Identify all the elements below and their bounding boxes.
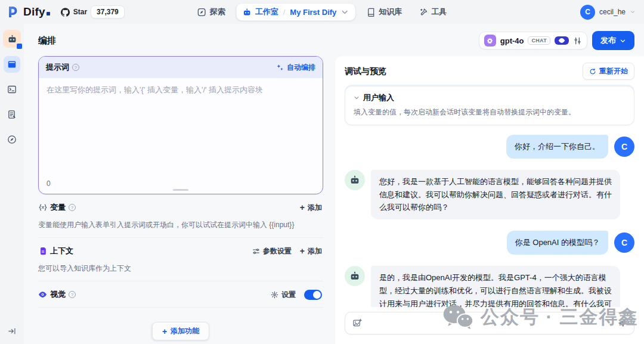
prompt-editor[interactable]: 在这里写你的提示词，输入'{' 插入变量，输入'/' 插入提示内容块	[39, 78, 323, 177]
nav-studio-label: 工作室	[255, 7, 278, 17]
current-app-icon[interactable]	[3, 30, 21, 48]
context-description: 您可以导入知识库作为上下文	[38, 263, 322, 274]
variables-title: 变量	[50, 202, 66, 213]
publish-label: 发布	[600, 35, 616, 46]
nav-knowledge[interactable]: 知识库	[360, 3, 408, 21]
chat-message-user: 你好，介绍一下你自己。 C	[506, 135, 634, 159]
user-input-card[interactable]: 用户输入 填入变量的值，每次启动新会话时该变量将自动替换提示词中的变量。	[345, 86, 634, 125]
chat-input-box[interactable]	[345, 312, 634, 334]
dify-app-window: Dify Star 37,379 探索 工作室 / My First Dify …	[0, 0, 644, 344]
user-input-gradient: 用户输入 填入变量的值，每次启动新会话时该变量将自动替换提示词中的变量。	[345, 85, 634, 125]
collapse-arrow-icon	[8, 327, 17, 336]
context-params-button[interactable]: 参数设置	[252, 246, 292, 256]
chat-message-user: 你是 OpenAI 的模型吗？ C	[507, 231, 634, 255]
model-name: gpt-4o	[500, 36, 524, 45]
sidebar-item-logs[interactable]	[4, 106, 20, 123]
nav-explore[interactable]: 探索	[191, 3, 231, 21]
add-variable-button[interactable]: + 添加	[300, 203, 322, 213]
logs-icon	[7, 110, 17, 119]
add-context-button[interactable]: + 添加	[300, 246, 322, 256]
auto-orchestrate-button[interactable]: 自动编排	[276, 63, 315, 73]
chat-message-assistant: 您好，我是一款基于人工智能的语言模型，能够回答各种问题并提供信息和建议。我可以帮…	[345, 170, 634, 219]
vision-help-icon[interactable]: ?	[69, 291, 76, 298]
github-star-widget[interactable]: Star 37,379	[61, 5, 125, 18]
prompt-help-icon[interactable]: ?	[72, 64, 79, 71]
github-icon	[61, 8, 70, 17]
assistant-avatar	[345, 266, 365, 286]
model-params-icon[interactable]	[573, 36, 582, 45]
prompt-card: 提示词 ? 自动编排 在这里写你的提示词，输入'{' 插入变量，输入'/' 插入…	[38, 56, 323, 194]
app-icon-badge	[16, 43, 23, 49]
vision-section: 视觉 ? 设置	[38, 281, 323, 308]
chat-message-assistant: 是的，我是由OpenAI开发的模型。我是GPT-4，一个强大的语言模型，经过大量…	[345, 266, 634, 307]
gear-icon	[271, 291, 278, 299]
context-icon	[38, 247, 47, 256]
nav-tools[interactable]: 工具	[413, 3, 453, 21]
model-mode-badge: CHAT	[528, 36, 550, 45]
context-params-label: 参数设置	[263, 246, 292, 256]
nav-studio-pill[interactable]: 工作室 / My First Dify	[236, 3, 356, 21]
context-title: 上下文	[50, 246, 73, 256]
model-selector[interactable]: gpt-4o CHAT	[479, 32, 587, 49]
sidebar-item-api[interactable]	[4, 81, 20, 98]
variables-help-icon[interactable]: ?	[69, 204, 76, 211]
vision-icon	[38, 290, 47, 299]
variables-icon	[38, 203, 47, 212]
star-count: 37,379	[91, 5, 125, 18]
image-upload-icon[interactable]	[352, 318, 362, 328]
sidebar-item-orchestrate[interactable]	[4, 56, 20, 73]
app-robot-icon	[7, 34, 17, 44]
orchestrate-icon	[7, 60, 17, 69]
add-feature-label: 添加功能	[171, 326, 199, 336]
vision-settings-button[interactable]: 设置	[271, 290, 296, 300]
openai-icon	[484, 35, 496, 47]
chevron-down-icon[interactable]	[354, 95, 360, 101]
dify-logo[interactable]: Dify	[7, 5, 50, 18]
add-context-label: 添加	[308, 246, 322, 256]
debug-preview-panel: 调试与预览 重新开始 用户输入 填入变量的值，每次启动新会话时该	[335, 56, 644, 344]
add-feature-button[interactable]: + 添加功能	[152, 322, 209, 340]
restart-label: 重新开始	[599, 66, 628, 76]
dify-logo-icon	[7, 5, 19, 18]
chat-input-row	[345, 307, 634, 344]
prompt-resize-handle[interactable]	[173, 189, 188, 191]
auto-orchestrate-label: 自动编排	[287, 63, 315, 73]
main-nav: 探索 工作室 / My First Dify 知识库 工具	[191, 0, 453, 24]
orchestrate-config-panel: 提示词 ? 自动编排 在这里写你的提示词，输入'{' 插入变量，输入'/' 插入…	[38, 56, 323, 344]
knowledge-icon	[366, 8, 375, 17]
nav-separator: /	[283, 8, 286, 17]
assistant-message-bubble: 是的，我是由OpenAI开发的模型。我是GPT-4，一个强大的语言模型，经过大量…	[371, 266, 620, 307]
sparkle-icon	[276, 64, 284, 72]
vision-capability-badge	[555, 36, 569, 45]
variables-section: 变量 ? + 添加 变量能使用户输入表单引入提示词或开场白，你可以试试在提示词中…	[38, 194, 323, 238]
publish-button[interactable]: 发布	[592, 31, 634, 50]
context-section: 上下文 参数设置 + 添加	[38, 238, 323, 281]
chat-input[interactable]	[367, 319, 612, 328]
user-menu[interactable]: C cecil_he	[580, 5, 636, 20]
chevron-down-icon	[620, 38, 626, 44]
studio-robot-icon	[243, 8, 252, 17]
nav-explore-label: 探索	[210, 7, 225, 17]
restart-button[interactable]: 重新开始	[583, 63, 634, 80]
main-content: 编排 gpt-4o CHAT	[24, 24, 644, 344]
chevron-down-icon	[630, 9, 636, 15]
prompt-title: 提示词	[46, 62, 69, 73]
refresh-icon	[589, 68, 596, 75]
nav-tools-label: 工具	[431, 7, 447, 17]
add-variable-label: 添加	[308, 203, 322, 213]
plus-icon: +	[300, 203, 305, 212]
user-name: cecil_he	[599, 8, 626, 16]
sidebar-item-monitoring[interactable]	[4, 131, 20, 148]
monitoring-icon	[7, 135, 17, 144]
tools-icon	[419, 8, 428, 17]
send-icon[interactable]	[617, 318, 627, 328]
variables-description: 变量能使用户输入表单引入提示词或开场白，你可以试试在提示词中输入 {{input…	[38, 219, 322, 230]
nav-knowledge-label: 知识库	[379, 7, 402, 17]
sidebar-collapse-button[interactable]	[8, 327, 17, 338]
vision-settings-label: 设置	[281, 290, 296, 300]
sliders-icon	[252, 247, 260, 255]
terminal-icon	[7, 85, 17, 94]
user-input-description: 填入变量的值，每次启动新会话时该变量将自动替换提示词中的变量。	[354, 107, 626, 117]
user-chat-avatar: C	[614, 233, 634, 253]
vision-toggle[interactable]	[304, 290, 322, 300]
